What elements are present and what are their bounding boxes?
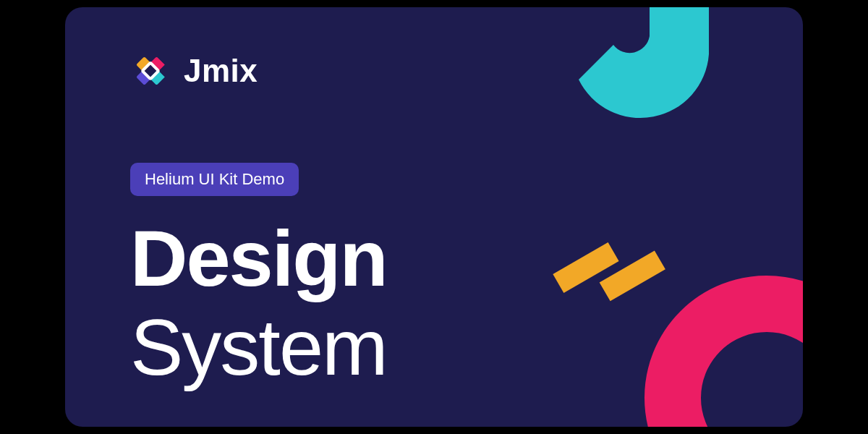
kit-badge: Helium UI Kit Demo [130, 163, 299, 196]
promo-card: Jmix Helium UI Kit Demo Design System [65, 7, 803, 427]
main-title: Design System [130, 213, 387, 391]
title-line-1: Design [130, 213, 387, 302]
svg-point-1 [673, 304, 803, 427]
decorative-bars-icon [550, 224, 665, 311]
title-line-2: System [130, 302, 387, 391]
decorative-ring-icon [644, 275, 803, 427]
decorative-check-icon [528, 7, 760, 166]
brand-name: Jmix [184, 53, 258, 89]
brand-logo: Jmix [130, 51, 258, 91]
jmix-logo-icon [130, 51, 171, 91]
